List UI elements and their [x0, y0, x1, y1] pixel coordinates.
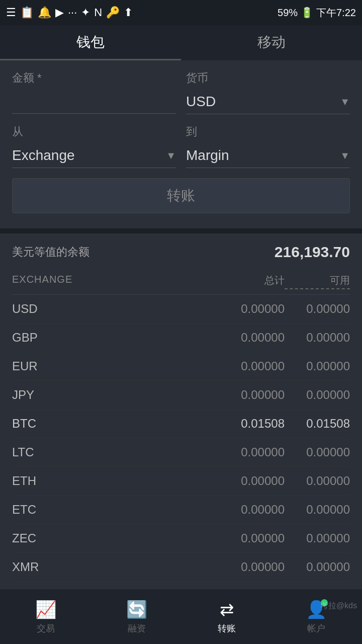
- nav-finance-label: 融资: [128, 622, 146, 634]
- amount-input[interactable]: [12, 90, 176, 114]
- to-dropdown-arrow: ▼: [340, 150, 350, 162]
- currency-available: 0.00000: [285, 503, 350, 517]
- col-total: 总计: [219, 274, 285, 289]
- table-row: XMR 0.00000 0.00000: [12, 553, 350, 582]
- status-icons-left: ☰ 📋 🔔 ▶ ··· ✦ N 🔑 ⬆: [6, 6, 133, 19]
- transfer-button-wrap: 转账: [12, 178, 350, 213]
- nav-trade[interactable]: 📈 交易: [35, 599, 56, 634]
- time: 下午7:22: [316, 6, 356, 20]
- from-to-row: 从 Exchange ▼ 到 Margin ▼: [12, 124, 350, 168]
- battery-icon: 🔋: [301, 7, 313, 19]
- bell-icon: 🔔: [38, 6, 51, 19]
- exchange-table-header: EXCHANGE 总计 可用: [12, 266, 350, 295]
- currency-available: 0.00000: [285, 331, 350, 345]
- bluetooth-icon: ✦: [81, 6, 90, 19]
- balance-section: 美元等值的余额 216,193.70: [0, 233, 362, 266]
- table-row: LTC 0.00000 0.00000: [12, 438, 350, 467]
- currency-total: 0.00000: [219, 531, 285, 545]
- currency-available: 0.00000: [285, 388, 350, 402]
- table-row: USD 0.00000 0.00000: [12, 295, 350, 324]
- currency-available: 0.00000: [285, 560, 350, 574]
- currency-name: EUR: [12, 359, 62, 373]
- currency-label: 货币: [186, 70, 350, 86]
- nav-account-label: 帐户: [307, 622, 325, 634]
- from-group: 从 Exchange ▼: [12, 124, 176, 168]
- nav-transfer[interactable]: ⇄ 转账: [218, 599, 236, 634]
- currency-name: JPY: [12, 388, 62, 402]
- currency-total: 0.00000: [219, 302, 285, 316]
- exchange-rows: USD 0.00000 0.00000 GBP 0.00000 0.00000 …: [12, 295, 350, 639]
- from-label: 从: [12, 124, 176, 139]
- signal-icon: ⬆: [124, 6, 133, 19]
- currency-total: 0.01508: [219, 417, 285, 431]
- to-label: 到: [186, 124, 350, 139]
- table-row: ETH 0.00000 0.00000: [12, 467, 350, 496]
- key-icon: 🔑: [106, 6, 120, 19]
- from-select[interactable]: Exchange ▼: [12, 143, 176, 168]
- table-row: BTC 0.01508 0.01508: [12, 410, 350, 438]
- currency-available: 0.00000: [285, 474, 350, 488]
- nfc-icon: N: [94, 6, 102, 19]
- currency-name: USD: [12, 302, 62, 316]
- app-icon: 📋: [20, 6, 34, 19]
- from-dropdown-arrow: ▼: [166, 150, 176, 162]
- exchange-section: EXCHANGE 总计 可用 USD 0.00000 0.00000 GBP 0…: [0, 266, 362, 639]
- transfer-icon: ⇄: [220, 599, 234, 619]
- table-row: ZEC 0.00000 0.00000: [12, 524, 350, 553]
- currency-name: ETH: [12, 474, 62, 488]
- currency-total: 0.00000: [219, 503, 285, 517]
- table-row: ETC 0.00000 0.00000: [12, 496, 350, 524]
- currency-total: 0.00000: [219, 359, 285, 373]
- tab-wallet[interactable]: 钱包: [0, 25, 181, 60]
- table-row: EUR 0.00000 0.00000: [12, 352, 350, 381]
- table-row: GBP 0.00000 0.00000: [12, 324, 350, 352]
- menu-icon: ☰: [6, 6, 16, 19]
- currency-name: XMR: [12, 560, 62, 574]
- status-bar: ☰ 📋 🔔 ▶ ··· ✦ N 🔑 ⬆ 59% 🔋 下午7:22: [0, 0, 362, 25]
- currency-available: 0.00000: [285, 359, 350, 373]
- bottom-nav: 📈 交易 🔄 融资 ⇄ 转账 👤 帐户: [0, 589, 362, 644]
- currency-total: 0.00000: [219, 445, 285, 459]
- currency-name: GBP: [12, 331, 62, 345]
- battery-percent: 59%: [278, 7, 298, 19]
- from-value: Exchange: [12, 147, 75, 164]
- currency-total: 0.00000: [219, 388, 285, 402]
- currency-dropdown-arrow: ▼: [340, 96, 350, 108]
- currency-total: 0.00000: [219, 560, 285, 574]
- top-tabs: 钱包 移动: [0, 25, 362, 60]
- amount-group: 金额 *: [12, 70, 176, 114]
- to-group: 到 Margin ▼: [186, 124, 350, 168]
- currency-name: BTC: [12, 417, 62, 431]
- section-divider: [0, 228, 362, 233]
- currency-select[interactable]: USD ▼: [186, 90, 350, 114]
- table-row: JPY 0.00000 0.00000: [12, 381, 350, 410]
- currency-available: 0.00000: [285, 302, 350, 316]
- currency-available: 0.00000: [285, 531, 350, 545]
- transfer-form: 金额 * 货币 USD ▼ 从 Exchange ▼ 到 Margin ▼: [0, 60, 362, 228]
- balance-label: 美元等值的余额: [12, 245, 89, 260]
- currency-group: 货币 USD ▼: [186, 70, 350, 114]
- finance-icon: 🔄: [126, 599, 147, 619]
- tab-move[interactable]: 移动: [181, 25, 362, 60]
- currency-value: USD: [186, 94, 216, 110]
- nav-finance[interactable]: 🔄 融资: [126, 599, 147, 634]
- nav-trade-label: 交易: [37, 622, 55, 634]
- currency-name: LTC: [12, 445, 62, 459]
- nav-transfer-label: 转账: [218, 622, 236, 634]
- trade-icon: 📈: [35, 599, 56, 619]
- amount-currency-row: 金额 * 货币 USD ▼: [12, 70, 350, 114]
- col-available: 可用: [285, 274, 350, 289]
- exchange-title: EXCHANGE: [12, 274, 72, 289]
- currency-total: 0.00000: [219, 331, 285, 345]
- currency-available: 0.01508: [285, 417, 350, 431]
- dots-icon: ···: [68, 6, 77, 19]
- status-icons-right: 59% 🔋 下午7:22: [278, 6, 356, 20]
- amount-label: 金额 *: [12, 70, 176, 86]
- transfer-button[interactable]: 转账: [12, 178, 350, 213]
- currency-available: 0.00000: [285, 445, 350, 459]
- to-value: Margin: [186, 147, 229, 164]
- balance-value: 216,193.70: [275, 244, 350, 261]
- watermark: 考拉@kds: [320, 601, 357, 611]
- to-select[interactable]: Margin ▼: [186, 143, 350, 168]
- currency-name: ETC: [12, 503, 62, 517]
